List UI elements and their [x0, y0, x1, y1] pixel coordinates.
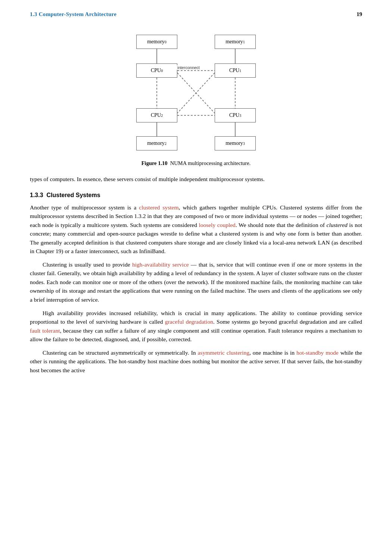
memory1-box: memory1	[215, 35, 256, 49]
figure-label: Figure 1.10	[141, 160, 168, 166]
term-high-availability-service: high-availability service	[132, 261, 189, 268]
term-hot-standby-mode: hot-standby mode	[296, 349, 339, 356]
term-loosely-coupled: loosely coupled	[199, 222, 235, 228]
memory2-box: memory2	[136, 136, 177, 150]
cpu2-box: CPU2	[136, 108, 177, 122]
paragraph-2: Clustering is usually used to provide hi…	[30, 260, 362, 304]
paragraph-4: Clustering can be structured asymmetrica…	[30, 348, 362, 375]
interconnect-label: interconnect	[177, 65, 200, 70]
intro-paragraph: types of computers. In essence, these se…	[30, 175, 362, 184]
page-number: 19	[357, 11, 362, 18]
svg-line-4	[177, 73, 215, 113]
figure-container: memory0 memory1 CPU0 interconnect CPU1 C…	[30, 28, 362, 167]
section-heading-1-3-3: 1.3.3 Clustered Systems	[30, 192, 362, 199]
figure-caption: Figure 1.10 NUMA multiprocessing archite…	[141, 160, 251, 167]
figure-caption-text: NUMA multiprocessing architecture.	[170, 160, 251, 166]
numa-diagram: memory0 memory1 CPU0 interconnect CPU1 C…	[118, 28, 274, 155]
term-clustered-italic: clustered	[327, 222, 348, 228]
section-title-header: 1.3 Computer-System Architecture	[30, 11, 116, 18]
cpu1-box: CPU1	[215, 63, 256, 78]
cpu0-box: CPU0	[136, 63, 177, 78]
section-number: 1.3.3	[30, 192, 43, 198]
paragraph-3: High availability provides increased rel…	[30, 309, 362, 344]
paragraph-1: Another type of multiprocessor system is…	[30, 203, 362, 256]
term-clustered-system: clustered system	[139, 204, 178, 211]
page-header: 1.3 Computer-System Architecture 19	[30, 11, 362, 18]
intro-text: types of computers. In essence, these se…	[30, 176, 265, 182]
memory0-box: memory0	[136, 35, 177, 49]
term-fault-tolerant: fault tolerant	[30, 327, 60, 334]
memory3-box: memory3	[215, 136, 256, 150]
term-graceful-degradation: graceful degradation	[165, 318, 213, 325]
term-asymmetric-clustering: asymmetric clustering	[198, 349, 249, 356]
cpu3-box: CPU3	[215, 108, 256, 122]
section-title: Clustered Systems	[46, 192, 100, 198]
svg-line-3	[177, 73, 215, 113]
